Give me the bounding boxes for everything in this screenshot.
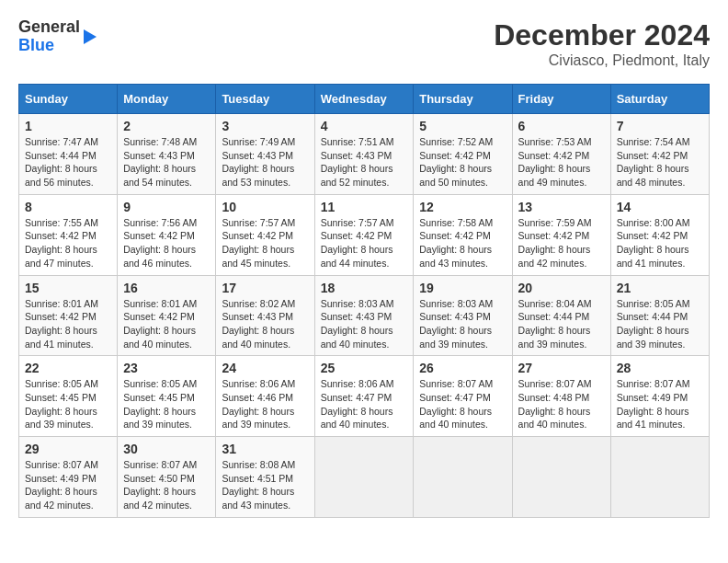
calendar-cell: 5Sunrise: 7:52 AMSunset: 4:42 PMDaylight… [414,114,512,195]
day-number: 23 [123,361,210,375]
calendar-cell [414,437,512,518]
calendar-header-monday: Monday [118,85,216,114]
day-number: 5 [419,119,506,133]
calendar-week-row: 1Sunrise: 7:47 AMSunset: 4:44 PMDaylight… [19,114,710,195]
day-info: Sunrise: 8:06 AMSunset: 4:47 PMDaylight:… [321,377,408,431]
calendar-header-thursday: Thursday [414,85,512,114]
day-info: Sunrise: 7:59 AMSunset: 4:42 PMDaylight:… [518,216,605,270]
title-section: December 2024 Civiasco, Piedmont, Italy [494,18,710,69]
logo-general: General [18,17,80,36]
calendar-week-row: 29Sunrise: 8:07 AMSunset: 4:49 PMDayligh… [19,437,710,518]
day-info: Sunrise: 8:07 AMSunset: 4:49 PMDaylight:… [617,377,703,431]
calendar-week-row: 22Sunrise: 8:05 AMSunset: 4:45 PMDayligh… [19,356,710,437]
calendar-cell: 6Sunrise: 7:53 AMSunset: 4:42 PMDaylight… [512,114,610,195]
calendar-cell: 27Sunrise: 8:07 AMSunset: 4:48 PMDayligh… [512,356,610,437]
day-info: Sunrise: 7:51 AMSunset: 4:43 PMDaylight:… [321,135,408,190]
day-number: 10 [222,200,308,214]
calendar-cell: 29Sunrise: 8:07 AMSunset: 4:49 PMDayligh… [19,437,118,518]
logo-arrow-icon [84,29,97,44]
day-info: Sunrise: 8:07 AMSunset: 4:50 PMDaylight:… [123,458,210,512]
calendar-cell: 4Sunrise: 7:51 AMSunset: 4:43 PMDaylight… [314,114,414,195]
day-number: 26 [419,361,506,375]
day-info: Sunrise: 8:03 AMSunset: 4:43 PMDaylight:… [321,297,408,351]
calendar-cell: 26Sunrise: 8:07 AMSunset: 4:47 PMDayligh… [414,356,512,437]
day-number: 19 [419,281,506,295]
day-info: Sunrise: 7:53 AMSunset: 4:42 PMDaylight:… [518,135,605,190]
day-info: Sunrise: 8:07 AMSunset: 4:47 PMDaylight:… [419,377,506,431]
day-info: Sunrise: 8:02 AMSunset: 4:43 PMDaylight:… [222,297,308,351]
day-number: 6 [518,119,605,133]
calendar-cell [610,437,709,518]
day-info: Sunrise: 8:01 AMSunset: 4:42 PMDaylight:… [123,297,210,351]
day-info: Sunrise: 8:00 AMSunset: 4:42 PMDaylight:… [617,216,703,270]
day-number: 4 [321,119,408,133]
day-number: 14 [617,200,703,214]
day-number: 21 [617,281,703,295]
day-number: 20 [518,281,605,295]
calendar-cell: 18Sunrise: 8:03 AMSunset: 4:43 PMDayligh… [314,275,414,356]
calendar-cell: 20Sunrise: 8:04 AMSunset: 4:44 PMDayligh… [512,275,610,356]
day-number: 24 [222,361,308,375]
calendar-header-saturday: Saturday [610,85,709,114]
calendar-cell: 10Sunrise: 7:57 AMSunset: 4:42 PMDayligh… [216,194,314,275]
day-info: Sunrise: 7:52 AMSunset: 4:42 PMDaylight:… [419,135,506,190]
day-number: 2 [123,119,210,133]
day-number: 22 [25,361,111,375]
day-info: Sunrise: 7:56 AMSunset: 4:42 PMDaylight:… [123,216,210,270]
calendar-cell: 23Sunrise: 8:05 AMSunset: 4:45 PMDayligh… [118,356,216,437]
logo-blue: Blue [18,37,80,55]
calendar-header-friday: Friday [512,85,610,114]
calendar-cell: 22Sunrise: 8:05 AMSunset: 4:45 PMDayligh… [19,356,118,437]
calendar-cell: 16Sunrise: 8:01 AMSunset: 4:42 PMDayligh… [118,275,216,356]
day-number: 16 [123,281,210,295]
day-number: 1 [25,119,111,133]
calendar-cell: 17Sunrise: 8:02 AMSunset: 4:43 PMDayligh… [216,275,314,356]
calendar-header-row: SundayMondayTuesdayWednesdayThursdayFrid… [19,85,710,114]
day-number: 28 [617,361,703,375]
day-number: 30 [123,442,210,456]
calendar-body: 1Sunrise: 7:47 AMSunset: 4:44 PMDaylight… [19,114,710,518]
calendar-cell: 11Sunrise: 7:57 AMSunset: 4:42 PMDayligh… [314,194,414,275]
day-number: 15 [25,281,111,295]
day-info: Sunrise: 7:57 AMSunset: 4:42 PMDaylight:… [321,216,408,270]
calendar-cell: 8Sunrise: 7:55 AMSunset: 4:42 PMDaylight… [19,194,118,275]
day-info: Sunrise: 8:03 AMSunset: 4:43 PMDaylight:… [419,297,506,351]
day-info: Sunrise: 7:54 AMSunset: 4:42 PMDaylight:… [617,135,703,190]
page-subtitle: Civiasco, Piedmont, Italy [494,52,710,69]
day-number: 8 [25,200,111,214]
day-info: Sunrise: 8:05 AMSunset: 4:45 PMDaylight:… [25,377,111,431]
calendar-header-sunday: Sunday [19,85,118,114]
day-info: Sunrise: 7:49 AMSunset: 4:43 PMDaylight:… [222,135,308,190]
calendar-cell: 9Sunrise: 7:56 AMSunset: 4:42 PMDaylight… [118,194,216,275]
day-info: Sunrise: 8:08 AMSunset: 4:51 PMDaylight:… [222,458,308,512]
calendar-cell: 14Sunrise: 8:00 AMSunset: 4:42 PMDayligh… [610,194,709,275]
day-info: Sunrise: 7:48 AMSunset: 4:43 PMDaylight:… [123,135,210,190]
calendar-cell [314,437,414,518]
day-number: 31 [222,442,308,456]
calendar-cell: 3Sunrise: 7:49 AMSunset: 4:43 PMDaylight… [216,114,314,195]
day-number: 3 [222,119,308,133]
day-info: Sunrise: 8:05 AMSunset: 4:44 PMDaylight:… [617,297,703,351]
day-info: Sunrise: 8:04 AMSunset: 4:44 PMDaylight:… [518,297,605,351]
calendar-cell: 12Sunrise: 7:58 AMSunset: 4:42 PMDayligh… [414,194,512,275]
calendar-cell: 28Sunrise: 8:07 AMSunset: 4:49 PMDayligh… [610,356,709,437]
page-title: December 2024 [494,18,710,52]
calendar-cell: 24Sunrise: 8:06 AMSunset: 4:46 PMDayligh… [216,356,314,437]
day-info: Sunrise: 7:58 AMSunset: 4:42 PMDaylight:… [419,216,506,270]
calendar-cell: 2Sunrise: 7:48 AMSunset: 4:43 PMDaylight… [118,114,216,195]
calendar-cell [512,437,610,518]
day-info: Sunrise: 7:55 AMSunset: 4:42 PMDaylight:… [25,216,111,270]
calendar-cell: 21Sunrise: 8:05 AMSunset: 4:44 PMDayligh… [610,275,709,356]
day-number: 13 [518,200,605,214]
day-number: 18 [321,281,408,295]
calendar-week-row: 8Sunrise: 7:55 AMSunset: 4:42 PMDaylight… [19,194,710,275]
day-number: 27 [518,361,605,375]
page-header: General Blue December 2024 Civiasco, Pie… [18,18,710,69]
day-info: Sunrise: 7:57 AMSunset: 4:42 PMDaylight:… [222,216,308,270]
day-info: Sunrise: 8:05 AMSunset: 4:45 PMDaylight:… [123,377,210,431]
calendar-cell: 31Sunrise: 8:08 AMSunset: 4:51 PMDayligh… [216,437,314,518]
day-number: 29 [25,442,111,456]
day-number: 11 [321,200,408,214]
calendar-week-row: 15Sunrise: 8:01 AMSunset: 4:42 PMDayligh… [19,275,710,356]
day-info: Sunrise: 8:07 AMSunset: 4:49 PMDaylight:… [25,458,111,512]
